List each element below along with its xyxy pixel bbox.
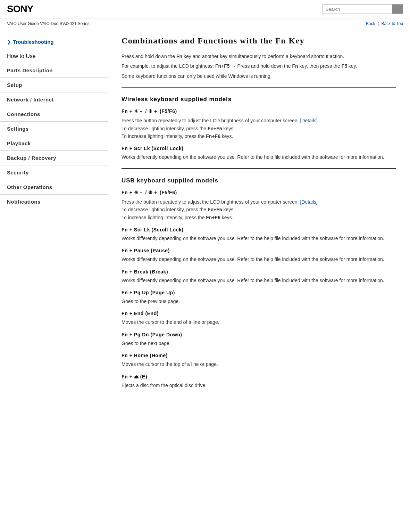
s2-item4-key: Fn + Break (Break) (122, 269, 396, 275)
intro-line3: Some keyboard functions can only be used… (122, 72, 396, 80)
content-area: Combinations and Functions with the Fn K… (108, 29, 410, 407)
sidebar-nav: Parts Description Setup Network / Intern… (0, 63, 108, 209)
sidebar-link-setup[interactable]: Setup (0, 78, 108, 92)
sidebar-link-notifications[interactable]: Notifications (0, 195, 108, 209)
sidebar-item-other-operations[interactable]: Other Operations (0, 180, 108, 194)
sidebar-item-settings[interactable]: Settings (0, 121, 108, 136)
s2-item8-desc: Moves the cursor to the top of a line or… (122, 360, 396, 368)
back-to-top-link[interactable]: Back to Top (382, 21, 403, 26)
s2-item5-desc: Goes to the previous page. (122, 297, 396, 305)
sidebar-item-network-internet[interactable]: Network / Internet (0, 92, 108, 107)
nav-separator: | (378, 21, 379, 26)
sidebar-link-backup-recovery[interactable]: Backup / Recovery (0, 151, 108, 165)
s1-item2-key: Fn + Scr Lk (Scroll Lock) (122, 146, 396, 151)
s2-item4-desc: Works differently depending on the softw… (122, 277, 396, 284)
s2-item2-desc: Works differently depending on the softw… (122, 235, 396, 242)
sidebar-item-backup-recovery[interactable]: Backup / Recovery (0, 150, 108, 165)
sidebar-item-setup[interactable]: Setup (0, 77, 108, 92)
section2-heading: USB keyboard supplied models (122, 177, 396, 184)
s2-item1-key: Fn + ☀－ / ☀＋ (F5/F6) (122, 190, 396, 196)
sony-logo: SONY (7, 3, 33, 15)
troubleshooting-link[interactable]: Troubleshooting (0, 36, 108, 50)
sidebar-link-security[interactable]: Security (0, 165, 108, 180)
s2-item8-key: Fn + Home (Home) (122, 353, 396, 358)
section1-heading: Wireless keyboard supplied models (122, 96, 396, 103)
sidebar-item-notifications[interactable]: Notifications (0, 194, 108, 209)
intro-text: Press and hold down the Fn key and anoth… (122, 52, 396, 80)
sidebar-link-other-operations[interactable]: Other Operations (0, 180, 108, 194)
intro-line1: Press and hold down the Fn key and anoth… (122, 52, 396, 60)
sub-header: VAIO User Guide VAIO Duo SVJ2021 Series … (0, 18, 410, 29)
search-button[interactable] (392, 5, 403, 14)
s2-item2-key: Fn + Scr Lk (Scroll Lock) (122, 227, 396, 232)
s2-item5-key: Fn + Pg Up (Page Up) (122, 290, 396, 295)
sidebar: Troubleshooting How to Use Parts Descrip… (0, 29, 108, 407)
section1-divider (122, 87, 396, 88)
s1-item1-desc: Press the button repeatedly to adjust th… (122, 117, 396, 140)
s2-item1-details-link[interactable]: [Details] (300, 199, 318, 205)
s2-item3-key: Fn + Pause (Pause) (122, 248, 396, 253)
sidebar-link-network-internet[interactable]: Network / Internet (0, 92, 108, 107)
main-layout: Troubleshooting How to Use Parts Descrip… (0, 29, 410, 407)
nav-links: Back | Back to Top (366, 21, 403, 26)
s1-item1-details-link[interactable]: [Details] (300, 118, 318, 123)
sidebar-item-parts-description[interactable]: Parts Description (0, 63, 108, 77)
back-link[interactable]: Back (366, 21, 375, 26)
sidebar-link-playback[interactable]: Playback (0, 136, 108, 150)
guide-title: VAIO User Guide VAIO Duo SVJ2021 Series (7, 21, 90, 26)
s2-item6-key: Fn + End (End) (122, 311, 396, 316)
intro-line2: For example, to adjust the LCD brightnes… (122, 62, 396, 70)
s2-item7-desc: Goes to the next page. (122, 339, 396, 347)
section2-divider (122, 168, 396, 169)
search-input[interactable] (323, 5, 392, 13)
how-to-use-heading: How to Use (7, 50, 108, 62)
s2-item9-key: Fn + ⏏ (E) (122, 374, 396, 379)
s2-item1-desc: Press the button repeatedly to adjust th… (122, 198, 396, 221)
page-title: Combinations and Functions with the Fn K… (122, 36, 396, 46)
s2-item7-key: Fn + Pg Dn (Page Down) (122, 332, 396, 337)
search-container (323, 4, 403, 14)
sidebar-link-connections[interactable]: Connections (0, 107, 108, 121)
sidebar-link-settings[interactable]: Settings (0, 122, 108, 136)
s2-item3-desc: Works differently depending on the softw… (122, 255, 396, 263)
sidebar-link-parts-description[interactable]: Parts Description (0, 63, 108, 77)
s2-item6-desc: Moves the cursor to the end of a line or… (122, 318, 396, 326)
s1-item2-desc: Works differently depending on the softw… (122, 153, 396, 161)
sidebar-item-connections[interactable]: Connections (0, 107, 108, 121)
s2-item9-desc: Ejects a disc from the optical disc driv… (122, 382, 396, 389)
s1-item1-key: Fn + ☀－ / ☀＋ (F5/F6) (122, 108, 396, 115)
sidebar-item-playback[interactable]: Playback (0, 136, 108, 150)
sidebar-item-security[interactable]: Security (0, 165, 108, 180)
header: SONY (0, 0, 410, 18)
